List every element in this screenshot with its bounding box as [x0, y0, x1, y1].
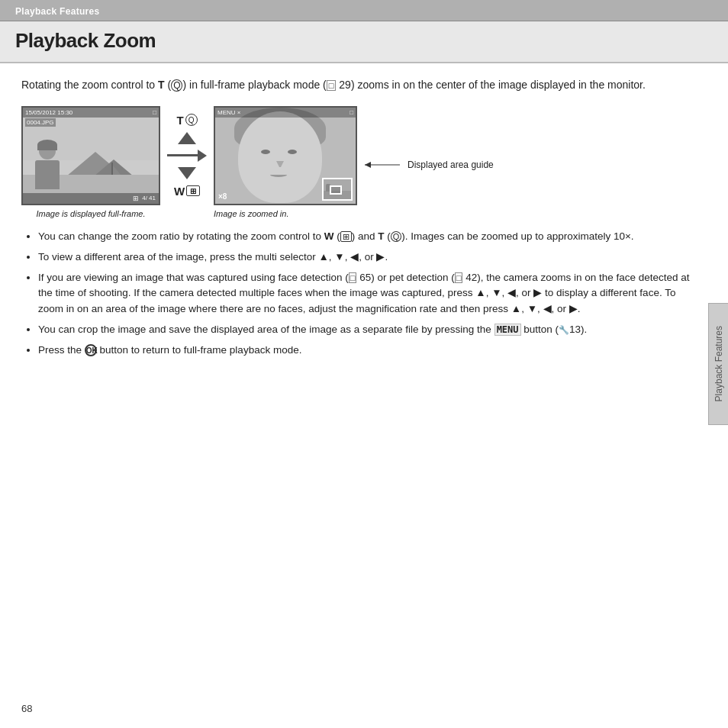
screen-filename: 0004.JPG: [25, 118, 56, 127]
page-title-bar: Playback Zoom: [0, 21, 728, 63]
page-title: Playback Zoom: [15, 29, 156, 52]
displayed-area-text: Displayed area guide: [407, 159, 494, 170]
zoom-w-label: W ⊞: [174, 185, 200, 198]
right-screen-container: MENU × □ ×8 Image is zoo: [214, 106, 357, 218]
displayed-area-section: Displayed area guide: [365, 159, 494, 170]
face-head: [238, 111, 322, 203]
face-mouth: [270, 172, 287, 177]
bullet-item-3: If you are viewing an image that was cap…: [38, 270, 694, 318]
right-screen-caption: Image is zoomed in.: [214, 209, 288, 218]
side-tab-label: Playback Features: [714, 326, 724, 401]
arrow-up: [178, 132, 196, 144]
left-camera-screen: 15/05/2012 15:30 □ 0004.JPG ⊞ 4/ 41: [21, 106, 160, 205]
screen-thumbnail: [322, 178, 353, 201]
side-tab: Playback Features: [708, 303, 728, 425]
main-arrow-right: [167, 150, 207, 162]
screen-bottom-bar: ⊞ 4/ 41: [23, 193, 159, 204]
bullet-item-5: Press the OK button to return to full-fr…: [38, 343, 694, 359]
face-eye-left: [261, 150, 270, 154]
zoom-control-block: T Q W ⊞: [160, 106, 214, 198]
bullet-item-1: You can change the zoom ratio by rotatin…: [38, 229, 694, 245]
left-screen-container: 15/05/2012 15:30 □ 0004.JPG ⊞ 4/ 41 Imag…: [21, 106, 160, 218]
screen-info-bar: 15/05/2012 15:30 □: [23, 108, 159, 118]
intro-text: Rotating the zoom control to T (Q) in fu…: [21, 77, 670, 94]
section-header: Playback Features: [0, 0, 728, 21]
zoom-w-icon: ⊞: [186, 185, 200, 196]
left-screen-caption: Image is displayed full-frame.: [36, 209, 145, 218]
diagram-area: 15/05/2012 15:30 □ 0004.JPG ⊞ 4/ 41 Imag…: [21, 106, 707, 218]
section-title: Playback Features: [15, 6, 100, 17]
main-content: Rotating the zoom control to T (Q) in fu…: [0, 63, 728, 377]
zoom-indicator: ×8: [218, 192, 227, 201]
arrow-down: [178, 167, 196, 179]
zoom-t-icon: Q: [185, 114, 198, 126]
displayed-area-label-row: Displayed area guide: [365, 159, 494, 170]
thumb-highlight: [330, 185, 342, 195]
zoomed-screen-info: MENU × □: [215, 108, 356, 118]
bullet-item-4: You can crop the image and save the disp…: [38, 322, 694, 338]
zoomed-camera-screen: MENU × □ ×8: [214, 106, 357, 205]
guide-line: [365, 159, 403, 170]
bullet-item-2: To view a different area of the image, p…: [38, 250, 694, 266]
bullet-list: You can change the zoom ratio by rotatin…: [21, 229, 707, 359]
face-eye-right: [288, 150, 297, 154]
svg-marker-1: [365, 162, 371, 168]
face-nose: [276, 161, 284, 167]
page-number: 68: [21, 703, 32, 714]
zoom-t-label: T Q: [176, 114, 197, 127]
